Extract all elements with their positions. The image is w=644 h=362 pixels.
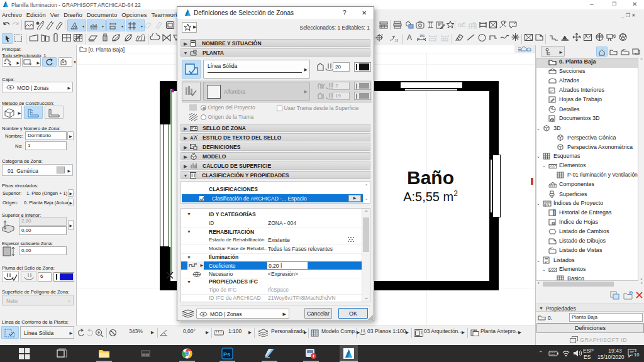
svg-text:A1: A1: [462, 21, 466, 25]
svg-text:151: 151: [419, 34, 425, 38]
svg-text:Ps: Ps: [223, 351, 230, 358]
svg-text:A: A: [407, 33, 412, 41]
svg-text:n°: n°: [550, 89, 553, 93]
svg-text:2: 2: [381, 33, 383, 37]
svg-text:12: 12: [395, 38, 398, 42]
svg-text:A: A: [190, 135, 194, 141]
svg-text:A1: A1: [473, 21, 477, 25]
